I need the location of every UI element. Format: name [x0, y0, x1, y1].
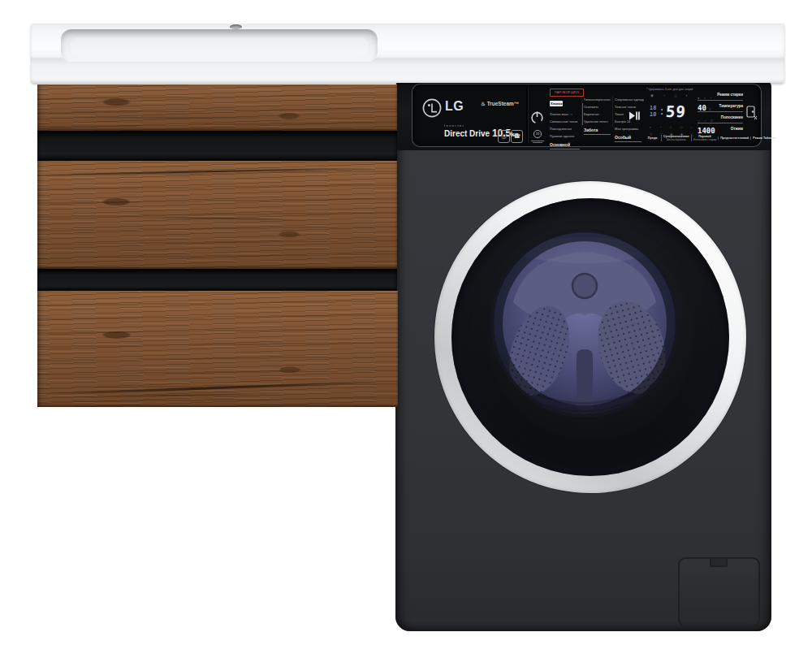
- program-item[interactable]: Хлопок: [550, 101, 563, 106]
- direct-drive-text: Direct Drive: [444, 129, 490, 138]
- display-aux-digits: 18 10: [650, 105, 656, 118]
- setting-label: Режим стирки: [717, 93, 743, 97]
- setting-label: Отжим: [731, 127, 743, 131]
- program-item[interactable]: Повседневная: [550, 125, 582, 132]
- washing-machine: LG ♨ TrueSteam™ Inverter Direct Drive 10…: [395, 77, 771, 631]
- steam-option-caption2: [533, 142, 542, 143]
- option-button[interactable]: ПаровойИнтенсивно с паром: [691, 135, 718, 141]
- program-item[interactable]: Моя программа: [615, 125, 644, 132]
- lg-logo-icon: [421, 97, 443, 119]
- program-group-header: Основной: [550, 142, 580, 149]
- settings-column: ● ◑ ◔Режим стирки40 □Температура◇ ○ ▽Пол…: [698, 89, 743, 134]
- setting-label: Температура: [719, 104, 743, 108]
- vanity-recess-gap: [37, 269, 397, 291]
- program-item[interactable]: Смешанные ткани: [550, 118, 582, 125]
- program-column-2: ГипоаллергеннаяОсвежитьБережнаяУдаление …: [584, 96, 613, 135]
- power-button[interactable]: [530, 110, 544, 124]
- option-button[interactable]: Предпочтительный: [718, 136, 750, 141]
- program-item[interactable]: Удаление пятен: [584, 118, 613, 125]
- program-item[interactable]: Освежить: [584, 103, 613, 110]
- option-button-sublabel: Чистка барабана: [663, 139, 689, 142]
- program-item[interactable]: Гипоаллергенная: [584, 96, 613, 103]
- aux-digits-bottom: 10: [650, 111, 657, 118]
- drum-interior: [489, 227, 680, 419]
- control-panel: LG ♨ TrueSteam™ Inverter Direct Drive 10…: [412, 84, 762, 147]
- program-item[interactable]: Спортивная одежда: [615, 96, 644, 103]
- child-lock-icon: [746, 106, 758, 122]
- program-item[interactable]: Бережная: [584, 110, 613, 118]
- vanity-bottom-drawer[interactable]: [37, 291, 398, 407]
- option-button-label: Режим Таймера: [753, 136, 775, 141]
- faucet-hole: [230, 24, 242, 29]
- panel-divider: [526, 87, 528, 143]
- display-colon: :: [659, 106, 664, 117]
- steam-option-caption: [531, 141, 544, 141]
- steam-option-icon[interactable]: [533, 129, 542, 139]
- smart-diagnosis-badge-icon: ☎: [511, 130, 523, 143]
- option-buttons-row: Предв.СуперполосканиеЧистка барабанаПаро…: [645, 132, 758, 144]
- time-display: 18 10 : 59: [650, 100, 698, 123]
- washer-door[interactable]: [434, 181, 746, 493]
- option-button[interactable]: СуперполосканиеЧистка барабана: [661, 135, 691, 141]
- option-button[interactable]: Предв.: [645, 136, 661, 141]
- program-column-1: ХлопокХлопок макс. ○Смешанные тканиПовсе…: [550, 96, 582, 149]
- vanity-middle-drawer[interactable]: [37, 161, 397, 269]
- hint-text: Удерживать 3 сек. для доп. опций: [648, 88, 693, 91]
- sink-basin-floor: [69, 37, 369, 58]
- truesteam-label: ♨ TrueSteam™: [481, 101, 519, 107]
- sink-countertop: [31, 23, 784, 83]
- option-button-label: Предпочтительный: [720, 136, 749, 141]
- program-group-header: Особый: [615, 135, 641, 142]
- program-group-header: Забота: [584, 128, 611, 135]
- warranty-badge-icon: ◎: [498, 130, 510, 143]
- vanity-recess-gap: [37, 131, 397, 161]
- lg-logo-text: LG: [445, 99, 464, 114]
- option-button-label: Предв.: [646, 136, 659, 141]
- option-button-sublabel: Интенсивно с паром: [693, 139, 716, 142]
- program-item[interactable]: Пуховое одеяло: [550, 132, 582, 140]
- option-button[interactable]: Режим Таймера: [750, 136, 777, 141]
- display-top-icons: ◉ ◔ △ ◐: [650, 93, 693, 97]
- sink-basin: [61, 29, 378, 62]
- aux-digits-top: 18: [650, 105, 657, 111]
- program-column-separator: [612, 96, 613, 127]
- status-icons-row1: ◐ ◔ ♨ ◇ ○: [650, 125, 696, 129]
- product-scene: LG ♨ TrueSteam™ Inverter Direct Drive 10…: [0, 0, 812, 658]
- setting-label: Полоскание: [721, 115, 743, 119]
- program-item[interactable]: Хлопок макс. ○: [550, 110, 582, 118]
- start-pause-button[interactable]: [628, 110, 640, 122]
- service-door-latch[interactable]: [710, 557, 728, 567]
- service-door[interactable]: [678, 557, 760, 627]
- steam-programs-bracket: [582, 103, 583, 125]
- display-minutes: 59: [665, 102, 686, 120]
- vanity-top-drawer[interactable]: [37, 84, 397, 131]
